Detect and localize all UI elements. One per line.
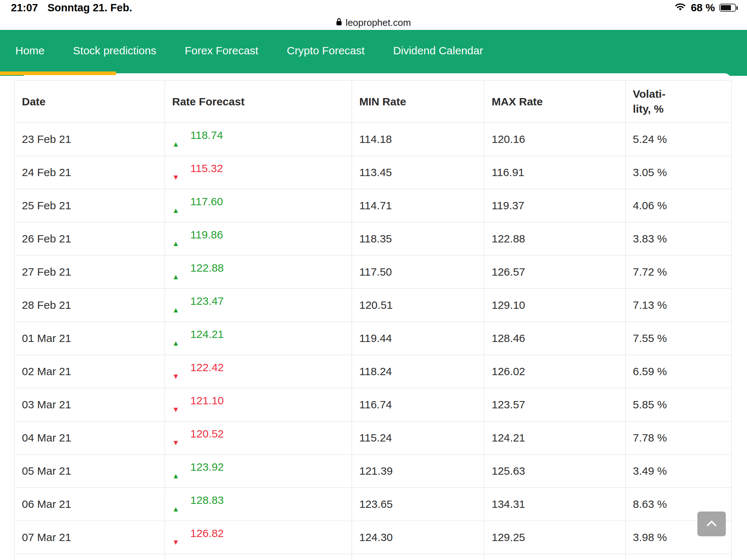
direction-icon: ▼ <box>172 538 179 546</box>
direction-icon: ▼ <box>172 439 179 446</box>
date-cell: 28 Feb 21 <box>15 289 165 322</box>
status-right: 68 % <box>674 2 736 14</box>
max-rate-cell <box>484 554 626 560</box>
status-left: 21:07 Sonntag 21. Feb. <box>11 2 132 14</box>
table-body: 23 Feb 21 ▲ 118.74 114.18 120.16 5.24 % … <box>15 123 731 560</box>
forecast-value: 122.42 <box>190 361 224 374</box>
min-rate-cell: 123.65 <box>352 488 484 521</box>
forecast-cell <box>165 554 352 560</box>
table-row: 04 Mar 21 ▼ 120.52 115.24 124.21 7.78 % <box>15 421 731 455</box>
date-cell: 03 Mar 21 <box>15 388 165 421</box>
min-rate-cell: 120.51 <box>352 289 484 322</box>
nav-item-dividend-calendar[interactable]: Dividend Calendar <box>393 44 483 57</box>
date-cell <box>15 554 165 560</box>
status-bar: 21:07 Sonntag 21. Feb. 68 % <box>0 0 747 15</box>
header-min-rate: MIN Rate <box>352 81 484 123</box>
forecast-cell: ▲ 123.92 <box>165 455 352 488</box>
volatility-cell: 7.13 % <box>626 289 732 322</box>
min-rate-cell: 114.71 <box>352 189 484 222</box>
header-volatility-line1: Volati- <box>633 87 665 102</box>
min-rate-cell: 114.18 <box>352 123 484 156</box>
date-cell: 06 Mar 21 <box>15 488 165 521</box>
direction-icon: ▲ <box>172 505 179 513</box>
direction-icon: ▲ <box>172 140 179 148</box>
forecast-cell: ▲ 124.21 <box>165 322 352 355</box>
min-rate-cell: 113.45 <box>352 156 484 189</box>
direction-icon: ▲ <box>172 273 179 280</box>
page: 21:07 Sonntag 21. Feb. 68 % <box>0 0 747 560</box>
direction-icon: ▲ <box>172 306 179 314</box>
header-date: Date <box>15 81 165 123</box>
table-row: 01 Mar 21 ▲ 124.21 119.44 128.46 7.55 % <box>15 322 731 355</box>
direction-icon: ▼ <box>172 406 179 413</box>
table-row: 03 Mar 21 ▼ 121.10 116.74 123.57 5.85 % <box>15 388 731 421</box>
max-rate-cell: 116.91 <box>484 156 626 189</box>
forecast-cell: ▼ 122.42 <box>165 355 352 388</box>
date-cell: 24 Feb 21 <box>15 156 165 189</box>
status-date: Sonntag 21. Feb. <box>47 2 132 14</box>
direction-icon: ▼ <box>172 174 179 181</box>
direction-icon: ▲ <box>172 339 179 347</box>
min-rate-cell: 115.24 <box>352 421 484 455</box>
date-cell: 07 Mar 21 <box>15 521 165 554</box>
date-cell: 04 Mar 21 <box>15 421 165 455</box>
forecast-cell: ▼ 126.82 <box>165 521 352 554</box>
nav-item-forex-forecast[interactable]: Forex Forecast <box>185 44 258 57</box>
forecast-value: 123.92 <box>190 461 224 473</box>
table-row: 24 Feb 21 ▼ 115.32 113.45 116.91 3.05 % <box>15 156 731 189</box>
min-rate-cell: 118.24 <box>352 355 484 388</box>
chevron-up-icon <box>705 518 719 530</box>
volatility-cell: 7.78 % <box>626 421 732 455</box>
scroll-progress-bar <box>0 71 116 75</box>
date-cell: 23 Feb 21 <box>15 123 165 156</box>
content-sheet-top <box>22 73 731 80</box>
volatility-cell: 5.24 % <box>626 123 732 156</box>
battery-percent: 68 % <box>691 2 715 14</box>
url-domain: leoprophet.com <box>345 17 411 28</box>
forecast-value: 119.86 <box>190 229 223 241</box>
forecast-value: 126.82 <box>190 527 224 540</box>
table-row-partial <box>15 554 731 560</box>
nav-bottom-strip <box>0 71 747 80</box>
date-cell: 26 Feb 21 <box>15 222 165 256</box>
min-rate-cell: 121.39 <box>352 455 484 488</box>
header-max-rate: MAX Rate <box>484 81 626 123</box>
forecast-value: 128.83 <box>190 494 224 506</box>
table-row: 07 Mar 21 ▼ 126.82 124.30 129.25 3.98 % <box>15 521 731 554</box>
forecast-cell: ▼ 120.52 <box>165 421 352 455</box>
forecast-cell: ▲ 123.47 <box>165 289 352 322</box>
max-rate-cell: 129.25 <box>484 521 626 554</box>
forecast-cell: ▲ 117.60 <box>165 189 352 222</box>
table-row: 06 Mar 21 ▲ 128.83 123.65 134.31 8.63 % <box>15 488 731 521</box>
forecast-value: 120.52 <box>190 428 224 440</box>
volatility-cell: 7.55 % <box>626 322 732 355</box>
max-rate-cell: 126.02 <box>484 355 626 388</box>
forecast-cell: ▼ 115.32 <box>165 156 352 189</box>
date-cell: 01 Mar 21 <box>15 322 165 355</box>
nav-item-stock-predictions[interactable]: Stock predictions <box>73 44 156 57</box>
forecast-cell: ▲ 119.86 <box>165 222 352 256</box>
max-rate-cell: 120.16 <box>484 123 626 156</box>
max-rate-cell: 123.57 <box>484 388 626 421</box>
table-header-row: Date Rate Forecast MIN Rate MAX Rate Vol… <box>15 81 731 123</box>
url-bar[interactable]: leoprophet.com <box>0 15 747 30</box>
max-rate-cell: 134.31 <box>484 488 626 521</box>
nav-item-home[interactable]: Home <box>15 44 44 57</box>
table-row: 26 Feb 21 ▲ 119.86 118.35 122.88 3.83 % <box>15 222 731 256</box>
direction-icon: ▲ <box>172 240 179 247</box>
table-row: 27 Feb 21 ▲ 122.88 117.50 126.57 7.72 % <box>15 256 731 289</box>
table-row: 05 Mar 21 ▲ 123.92 121.39 125.63 3.49 % <box>15 455 731 488</box>
table-row: 25 Feb 21 ▲ 117.60 114.71 119.37 4.06 % <box>15 189 731 222</box>
max-rate-cell: 128.46 <box>484 322 626 355</box>
scroll-to-top-button[interactable] <box>697 512 726 536</box>
forecast-value: 123.47 <box>190 295 224 307</box>
battery-tip <box>736 6 738 10</box>
volatility-cell: 3.49 % <box>626 455 732 488</box>
forecast-cell: ▼ 121.10 <box>165 388 352 421</box>
forecast-value: 115.32 <box>190 162 223 175</box>
min-rate-cell: 118.35 <box>352 222 484 256</box>
nav-item-crypto-forecast[interactable]: Crypto Forecast <box>287 44 364 57</box>
table-row: 02 Mar 21 ▼ 122.42 118.24 126.02 6.59 % <box>15 355 731 388</box>
forecast-value: 121.10 <box>190 394 224 407</box>
volatility-cell: 3.83 % <box>626 222 732 256</box>
